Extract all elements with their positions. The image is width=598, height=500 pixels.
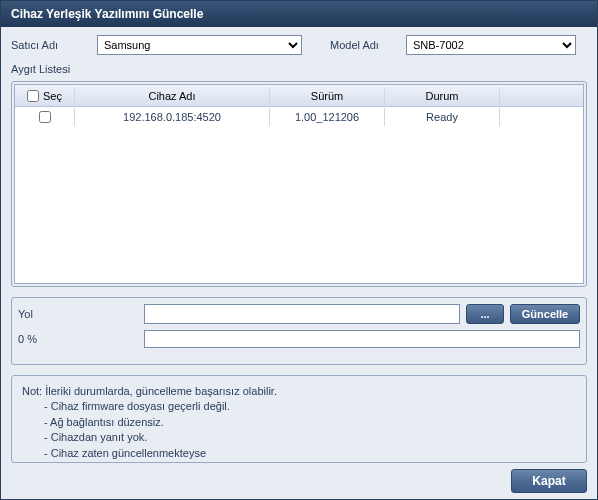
device-table: Seç Cihaz Adı Sürüm Durum 192.168.0.185:… bbox=[14, 84, 584, 284]
row-version: 1.00_121206 bbox=[270, 108, 385, 126]
row-checkbox[interactable] bbox=[39, 111, 51, 123]
header-name[interactable]: Cihaz Adı bbox=[75, 87, 270, 105]
device-table-header: Seç Cihaz Adı Sürüm Durum bbox=[15, 85, 583, 107]
row-spacer bbox=[500, 114, 583, 120]
update-button[interactable]: Güncelle bbox=[510, 304, 580, 324]
progress-bar bbox=[144, 330, 580, 348]
footer: Kapat bbox=[11, 463, 587, 493]
device-list-title: Aygıt Listesi bbox=[11, 63, 587, 75]
note-prefix: Not: bbox=[22, 385, 42, 397]
note-lines: - Cihaz firmware dosyası geçerli değil. … bbox=[44, 399, 576, 461]
model-label: Model Adı bbox=[330, 39, 398, 51]
header-select-label: Seç bbox=[43, 90, 62, 102]
row-device-name: 192.168.0.185:4520 bbox=[75, 108, 270, 126]
progress-row: 0 % bbox=[18, 330, 580, 348]
note-box: Not: İleriki durumlarda, güncelleme başa… bbox=[11, 375, 587, 463]
window-content: Satıcı Adı Samsung Model Adı SNB-7002 Ay… bbox=[1, 27, 597, 500]
note-heading-line: Not: İleriki durumlarda, güncelleme başa… bbox=[22, 384, 576, 399]
header-spacer bbox=[500, 93, 583, 99]
row-status: Ready bbox=[385, 108, 500, 126]
model-select[interactable]: SNB-7002 bbox=[406, 35, 576, 55]
path-progress-group: Yol ... Güncelle 0 % bbox=[11, 297, 587, 365]
filter-row: Satıcı Adı Samsung Model Adı SNB-7002 bbox=[11, 35, 587, 55]
table-row[interactable]: 192.168.0.185:4520 1.00_121206 Ready bbox=[15, 107, 583, 127]
select-all-checkbox[interactable] bbox=[27, 90, 39, 102]
row-checkbox-cell bbox=[15, 108, 75, 126]
vendor-select[interactable]: Samsung bbox=[97, 35, 302, 55]
header-select: Seç bbox=[15, 87, 75, 105]
path-row: Yol ... Güncelle bbox=[18, 304, 580, 324]
window-title: Cihaz Yerleşik Yazılımını Güncelle bbox=[11, 7, 203, 21]
note-line: - Cihaz zaten güncellenmekteyse bbox=[44, 446, 576, 461]
path-label: Yol bbox=[18, 308, 138, 320]
header-status[interactable]: Durum bbox=[385, 87, 500, 105]
note-line: - Cihaz firmware dosyası geçerli değil. bbox=[44, 399, 576, 414]
path-input[interactable] bbox=[144, 304, 460, 324]
vendor-label: Satıcı Adı bbox=[11, 39, 89, 51]
device-list-group: Seç Cihaz Adı Sürüm Durum 192.168.0.185:… bbox=[11, 81, 587, 287]
note-line: - Ağ bağlantısı düzensiz. bbox=[44, 415, 576, 430]
window-titlebar: Cihaz Yerleşik Yazılımını Güncelle bbox=[1, 1, 597, 27]
note-line: - Cihazdan yanıt yok. bbox=[44, 430, 576, 445]
progress-label: 0 % bbox=[18, 333, 138, 345]
close-button[interactable]: Kapat bbox=[511, 469, 587, 493]
note-heading: İleriki durumlarda, güncelleme başarısız… bbox=[45, 385, 277, 397]
browse-button[interactable]: ... bbox=[466, 304, 504, 324]
header-version[interactable]: Sürüm bbox=[270, 87, 385, 105]
firmware-update-window: Cihaz Yerleşik Yazılımını Güncelle Satıc… bbox=[0, 0, 598, 500]
